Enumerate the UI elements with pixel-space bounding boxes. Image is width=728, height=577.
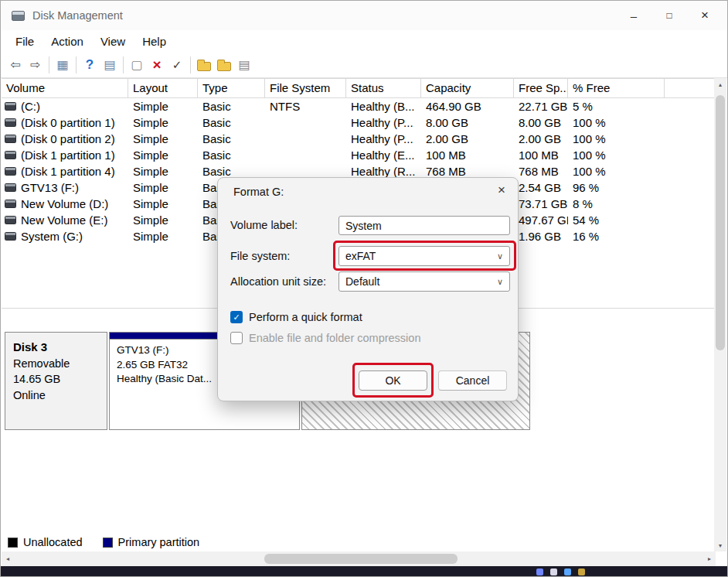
freespace-cell: 73.71 GB (514, 197, 568, 210)
horizontal-scrollbar[interactable]: ◂ ▸ (2, 551, 716, 566)
layout-cell: Simple (128, 213, 198, 227)
layout-cell: Simple (128, 100, 198, 113)
allocation-unit-dropdown[interactable]: Default ∨ (338, 271, 510, 292)
scroll-down-icon[interactable]: ▾ (714, 539, 726, 551)
scroll-up-icon[interactable]: ▴ (714, 78, 726, 90)
horizontal-scroll-thumb[interactable] (264, 554, 458, 564)
chevron-down-icon: ∨ (497, 277, 503, 287)
pctfree-cell: 8 % (568, 197, 665, 210)
scroll-left-icon[interactable]: ◂ (2, 551, 14, 566)
volume-name: (Disk 0 partition 1) (21, 116, 115, 129)
forward-icon[interactable]: ⇨ (26, 55, 46, 75)
layout-cell: Simple (128, 149, 198, 162)
freespace-cell: 497.67 GB (514, 213, 568, 227)
open-folder-icon[interactable] (194, 55, 214, 75)
column-header-filesystem[interactable]: File System (265, 79, 346, 97)
volume-row[interactable]: (Disk 0 partition 2) Simple Basic Health… (2, 131, 716, 147)
maximize-button[interactable]: □ (651, 1, 687, 30)
capacity-cell: 464.90 GB (421, 100, 514, 113)
toolbar: ⇦ ⇨ ▦ ? ▤ ▢ × ✓ ▤ (1, 52, 727, 78)
volume-row[interactable]: (Disk 0 partition 1) Simple Basic Health… (2, 114, 716, 131)
column-header-pctfree[interactable]: % Free (568, 79, 665, 97)
volume-name: (C:) (21, 100, 40, 113)
dialog-title: Format G: (233, 186, 284, 198)
show-details-icon[interactable]: ▦ (53, 55, 73, 75)
taskbar-icon[interactable] (578, 568, 585, 575)
minimize-button[interactable]: – (616, 1, 651, 30)
type-cell: Basic (198, 132, 265, 145)
primary-partition-swatch (103, 538, 113, 548)
capacity-cell: 2.00 GB (421, 132, 514, 145)
volume-cell: System (G:) (2, 230, 128, 243)
taskbar-icon[interactable] (550, 568, 557, 575)
vertical-scrollbar[interactable]: ▴ ▾ (714, 78, 726, 551)
drive-icon (5, 167, 16, 176)
file-system-dropdown[interactable]: exFAT ∨ (338, 246, 510, 266)
folder-icon (197, 62, 211, 71)
volume-name: (Disk 1 partition 4) (21, 165, 115, 178)
layout-cell: Simple (128, 116, 198, 129)
freespace-cell: 2.54 GB (514, 181, 568, 194)
volume-name: GTV13 (F:) (21, 181, 79, 194)
back-icon[interactable]: ⇦ (5, 55, 26, 75)
pctfree-cell: 100 % (568, 132, 665, 145)
disk-media-type: Removable (13, 356, 107, 372)
layout-cell: Simple (128, 230, 198, 243)
ok-button[interactable]: OK (359, 370, 427, 391)
column-header-layout[interactable]: Layout (128, 79, 198, 97)
menu-help[interactable]: Help (134, 32, 175, 50)
disk-status: Online (13, 388, 107, 404)
column-header-freespace[interactable]: Free Sp... (514, 79, 568, 97)
pctfree-cell: 100 % (568, 165, 665, 178)
refresh-icon[interactable]: ▤ (234, 55, 254, 75)
volume-cell: (Disk 0 partition 2) (2, 132, 128, 145)
filesystem-cell: NTFS (265, 100, 346, 113)
column-header-volume[interactable]: Volume (2, 79, 128, 97)
volume-label-input[interactable]: System (338, 216, 510, 235)
vertical-scroll-thumb[interactable] (716, 95, 725, 350)
mark-active-icon[interactable]: ✓ (167, 55, 187, 75)
column-header-capacity[interactable]: Capacity (421, 79, 514, 97)
help-icon[interactable]: ? (80, 55, 100, 75)
column-header-status[interactable]: Status (346, 79, 421, 97)
dialog-close-icon[interactable]: × (498, 183, 505, 198)
properties-icon[interactable]: ▤ (100, 55, 120, 75)
volume-name: New Volume (D:) (21, 197, 108, 210)
quick-format-label: Perform a quick format (249, 311, 362, 323)
allocation-unit-value: Default (345, 275, 379, 288)
menu-file[interactable]: File (7, 32, 43, 50)
delete-volume-icon[interactable]: × (147, 55, 167, 75)
freespace-cell: 8.00 GB (514, 116, 568, 129)
drive-icon (5, 200, 16, 208)
scroll-right-icon[interactable]: ▸ (703, 551, 716, 566)
quick-format-checkbox[interactable]: ✓ (230, 311, 243, 323)
status-cell: Healthy (R... (346, 165, 421, 178)
change-layout-icon[interactable]: ▢ (127, 55, 147, 75)
taskbar-icon[interactable] (536, 568, 543, 575)
volume-row[interactable]: (C:) Simple Basic NTFS Healthy (B... 464… (2, 98, 716, 114)
window-title: Disk Management (32, 9, 123, 22)
drive-icon (5, 232, 16, 241)
explore-folder-icon[interactable] (214, 55, 234, 75)
menu-bar: File Action View Help (1, 30, 727, 52)
menu-view[interactable]: View (92, 32, 134, 50)
compression-checkbox[interactable] (230, 332, 243, 344)
volume-cell: New Volume (D:) (2, 197, 128, 210)
taskbar-icon[interactable] (564, 568, 571, 575)
disk-info-panel[interactable]: Disk 3 Removable 14.65 GB Online (5, 332, 107, 430)
status-cell: Healthy (P... (346, 116, 421, 129)
column-header-type[interactable]: Type (198, 79, 265, 97)
layout-cell: Simple (128, 132, 198, 145)
capacity-cell: 8.00 GB (421, 116, 514, 129)
disk-management-window: Disk Management – □ × File Action View H… (0, 0, 728, 577)
cancel-button[interactable]: Cancel (438, 370, 507, 391)
window-controls: – □ × (616, 1, 723, 30)
menu-action[interactable]: Action (43, 32, 92, 50)
close-button[interactable]: × (687, 1, 723, 30)
type-cell: Basic (198, 149, 265, 162)
capacity-cell: 100 MB (421, 149, 514, 162)
volume-row[interactable]: (Disk 1 partition 1) Simple Basic Health… (2, 147, 716, 163)
volume-cell: GTV13 (F:) (2, 181, 128, 194)
checkmark-icon: ✓ (233, 312, 240, 323)
pctfree-cell: 16 % (568, 230, 665, 243)
